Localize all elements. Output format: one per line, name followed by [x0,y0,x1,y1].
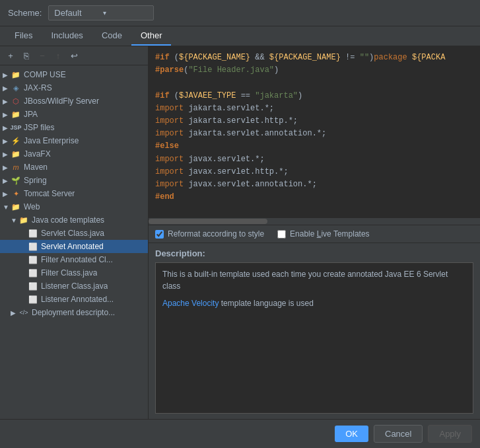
description-title: Description: [155,248,473,258]
folder-icon: 📁 [11,69,21,80]
arrow-icon: ▶ [3,164,11,171]
description-box: This is a built-in template used each ti… [155,262,473,414]
arrow-icon: ▶ [3,137,11,145]
arrow-icon: ▶ [3,177,11,184]
reformat-checkbox-input[interactable] [155,230,164,239]
arrow-icon: ▶ [3,111,11,118]
tab-other[interactable]: Other [131,26,172,46]
tree-item-listener-annotated[interactable]: ⬜ Listener Annotated... [0,293,148,306]
cancel-button[interactable]: Cancel [374,425,423,443]
live-templates-checkbox-input[interactable] [277,230,286,239]
tree-item-comp-use[interactable]: ▶ 📁 COMP USE [0,68,148,81]
tree-item-label: JavaFX [24,149,51,159]
tree-item-label: Listener Annotated... [41,295,114,304]
tree-item-label: Web [24,202,40,211]
tree-item-label: Deployment descripto... [32,308,115,317]
folder-icon: ◈ [11,83,21,93]
copy-button[interactable]: ⎘ [20,49,33,62]
tree-item-java-enterprise[interactable]: ▶ ⚡ Java Enterprise [0,134,148,147]
tree-item-javafx[interactable]: ▶ 📁 JavaFX [0,147,148,161]
tree-item-label: Listener Class.java [41,281,108,291]
folder-icon: 📁 [11,149,21,159]
tab-code[interactable]: Code [92,26,131,46]
code-line: #parse("File Header.java") [155,64,473,77]
tree-item-deployment[interactable]: ▶ </> Deployment descripto... [0,306,148,319]
apache-velocity-link[interactable]: Apache Velocity [162,299,219,308]
reformat-label: Reformat according to style [168,229,264,239]
tree-item-label: Java code templates [32,215,104,225]
tree-item-servlet-annotated[interactable]: ⬜ Servlet Annotated [0,240,148,253]
tree-item-label: COMP USE [24,70,66,79]
arrow-icon: ▶ [3,71,11,79]
code-line: import jakarta.servlet.annotation.*; [155,128,473,140]
tree-item-label: Filter Annotated Cl... [41,255,113,264]
arrow-icon: ▶ [3,85,11,92]
tree-item-label: JAX-RS [24,83,52,93]
spring-icon: 🌱 [11,175,21,186]
template-icon: ⬜ [28,268,38,278]
tree-item-spring[interactable]: ▶ 🌱 Spring [0,174,148,187]
tree-item-label: Servlet Annotated [41,242,104,251]
tree-list: ▶ 📁 COMP USE ▶ ◈ JAX-RS ▶ ⬡ JBoss/WildFl… [0,65,148,419]
tree-item-listener-class[interactable]: ⬜ Listener Class.java [0,280,148,293]
xml-icon: </> [18,307,29,318]
horizontal-scrollbar[interactable] [149,218,480,225]
jsp-icon: JSP [11,122,21,133]
arrow-icon: ▶ [3,98,11,105]
tree-item-jsp[interactable]: ▶ JSP JSP files [0,121,148,134]
arrow-down-icon: ▼ [3,204,11,211]
arrow-down-icon: ▼ [11,217,18,224]
tree-item-label: Maven [24,163,48,172]
maven-icon: m [11,162,21,172]
tab-files[interactable]: Files [5,26,42,46]
add-button[interactable]: + [4,49,17,62]
tabs-row: Files Includes Code Other [0,26,480,46]
tree-item-label: Servlet Class.java [41,229,104,238]
code-line: import javax.servlet.*; [155,153,473,166]
tree-item-filter-annotated[interactable]: ⬜ Filter Annotated Cl... [0,253,148,266]
tree-item-web[interactable]: ▼ 📁 Web [0,200,148,213]
code-line: import jakarta.servlet.http.*; [155,115,473,128]
tree-item-label: Java Enterprise [24,136,79,145]
tree-item-label: JSP files [24,123,54,132]
undo-button[interactable]: ↩ [67,49,81,62]
move-up-button[interactable]: ↑ [51,49,65,62]
scheme-row: Scheme: Default ▾ [0,0,480,26]
remove-button[interactable]: − [36,49,49,62]
scrollbar-thumb[interactable] [149,219,267,224]
template-icon: ⬜ [28,294,38,305]
reformat-checkbox[interactable]: Reformat according to style [155,229,264,239]
tree-item-label: Tomcat Server [24,189,75,198]
apply-button[interactable]: Apply [428,425,472,443]
tree-item-jboss[interactable]: ▶ ⬡ JBoss/WildFly Server [0,94,148,108]
tree-item-jpa[interactable]: ▶ 📁 JPA [0,108,148,121]
tree-item-java-code-templates[interactable]: ▼ 📁 Java code templates [0,213,148,227]
description-text: This is a built-in template used each ti… [162,268,466,292]
tree-item-filter-class[interactable]: ⬜ Filter Class.java [0,266,148,280]
scheme-dropdown[interactable]: Default ▾ [48,5,154,20]
tab-includes[interactable]: Includes [42,26,92,46]
tree-panel: + ⎘ − ↑ ↩ ▶ 📁 COMP USE ▶ ◈ JAX-RS [0,46,149,419]
code-line [155,77,473,89]
description-area: Description: This is a built-in template… [149,243,480,419]
code-line: #else [155,140,473,153]
template-icon: ⬜ [28,228,38,239]
description-footer-suffix: template language is used [221,299,314,308]
arrow-icon: ▶ [3,190,11,198]
ok-button[interactable]: OK [335,426,368,442]
bottom-bar: OK Cancel Apply [0,419,480,448]
code-editor[interactable]: #if (${PACKAGE_NAME} && ${PACKAGE_NAME} … [149,46,480,218]
options-row: Reformat according to style Enable Live … [149,225,480,243]
tree-item-servlet-class[interactable]: ⬜ Servlet Class.java [0,227,148,240]
tree-item-jax-rs[interactable]: ▶ ◈ JAX-RS [0,81,148,94]
tree-item-maven[interactable]: ▶ m Maven [0,161,148,174]
code-line: import javax.servlet.http.*; [155,166,473,178]
tree-item-tomcat[interactable]: ▶ ✦ Tomcat Server [0,187,148,200]
server-icon: ⬡ [11,96,21,106]
live-templates-checkbox[interactable]: Enable Live Templates [277,229,370,239]
template-icon: ⬜ [28,241,38,252]
chevron-down-icon: ▾ [103,9,148,17]
template-folder-icon: 📁 [18,215,29,225]
code-line: #if (${PACKAGE_NAME} && ${PACKAGE_NAME} … [155,52,473,64]
dialog: Scheme: Default ▾ Files Includes Code Ot… [0,0,480,448]
